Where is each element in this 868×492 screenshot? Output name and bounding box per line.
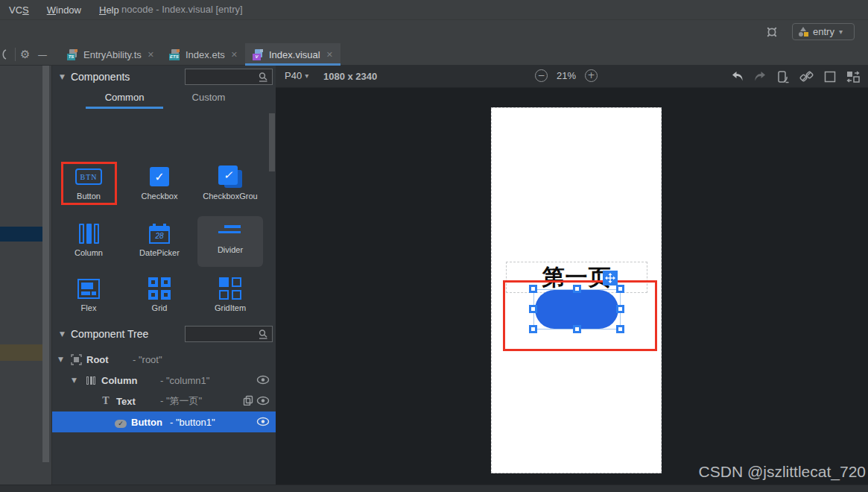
button-component-icon: BTN (75, 168, 102, 185)
component-card-column[interactable]: Column (56, 219, 121, 265)
tree-row-root[interactable]: ▼ Root - "root" (52, 349, 276, 370)
sidebar-highlight-band (0, 344, 42, 361)
editor-tabs: TS EntryAbility.ts ✕ ETS Index.ets ✕ V I… (60, 43, 340, 66)
components-search[interactable] (185, 69, 273, 85)
close-icon[interactable]: ✕ (326, 50, 333, 60)
component-card-checkbox[interactable]: ✓ Checkbox (127, 163, 192, 209)
search-icon (258, 329, 269, 340)
grid-component-icon (148, 277, 171, 300)
switch-layout-icon[interactable] (845, 69, 861, 84)
eye-icon[interactable] (256, 417, 270, 426)
resize-handle-e[interactable] (616, 305, 624, 313)
collapse-arrow-icon[interactable]: ▼ (60, 330, 65, 338)
zoom-controls: − 21% + (535, 69, 598, 82)
resize-handle-w[interactable] (529, 305, 537, 313)
text-icon: T (100, 395, 112, 407)
menu-help[interactable]: Help (99, 4, 119, 16)
component-card-grid[interactable]: Grid (127, 274, 192, 321)
tab-common[interactable]: Common (86, 88, 163, 109)
expand-arrow-icon[interactable]: ▼ (58, 356, 63, 363)
checkbox-component-icon: ✓ (150, 167, 169, 186)
component-tree-header: ▼ Component Tree (52, 322, 276, 346)
ets-file-icon: ETS (169, 49, 181, 60)
components-panel: ▼ Components Common Custom BTN Button (52, 66, 276, 485)
frame-icon[interactable] (822, 69, 837, 84)
move-handle-icon[interactable] (603, 271, 618, 286)
eye-icon[interactable] (256, 396, 270, 406)
title-bar: VCS Window Help nocode - Index.visual [e… (0, 0, 868, 20)
component-tree-search[interactable] (185, 326, 273, 342)
undo-icon[interactable] (729, 69, 745, 84)
component-card-button[interactable]: BTN Button (56, 163, 121, 209)
deveco-studio-window: VCS Window Help nocode - Index.visual [e… (0, 0, 868, 492)
device-selector[interactable]: P40 ▾ (285, 70, 308, 81)
left-sidebar-strip (0, 66, 52, 485)
rotate-device-icon[interactable] (776, 69, 791, 84)
run-config-label: entry (813, 26, 834, 37)
components-grid-scrollbar[interactable] (269, 113, 275, 171)
settings-gear-icon[interactable] (765, 25, 779, 39)
tree-row-text[interactable]: T Text - "第一页" (52, 391, 276, 411)
collapse-arrow-icon[interactable]: ▼ (60, 73, 65, 81)
menu-window[interactable]: Window (47, 4, 81, 16)
button-component[interactable] (535, 290, 618, 329)
tab-index-ets[interactable]: ETS Index.ets ✕ (162, 43, 245, 66)
components-grid: BTN Button ✓ Checkbox ✓ CheckboxGrou Col… (52, 112, 276, 322)
divider-component-icon (218, 225, 242, 236)
tree-row-column[interactable]: ▼ Column - "column1" (52, 370, 276, 391)
button-icon: ✓ (115, 417, 127, 429)
resize-handle-ne[interactable] (616, 285, 624, 293)
component-tree-title: Component Tree (71, 328, 148, 340)
zoom-in-button[interactable]: + (585, 69, 598, 82)
expand-arrow-icon[interactable]: ▼ (72, 376, 77, 384)
menu-bar: VCS Window Help (0, 4, 119, 16)
run-config-selector[interactable]: entry ▾ (792, 23, 855, 40)
menu-vcs[interactable]: VCS (9, 4, 29, 16)
datepicker-component-icon: 28 (149, 224, 170, 244)
column-component-icon (79, 224, 99, 244)
components-header: ▼ Components (52, 66, 276, 88)
column-icon (85, 374, 97, 386)
resize-handle-nw[interactable] (529, 285, 537, 293)
link-icon[interactable] (799, 69, 814, 84)
gear-icon[interactable]: ⚙ (20, 48, 30, 61)
partial-arrow-icon[interactable] (0, 48, 7, 60)
redo-icon[interactable] (753, 69, 768, 84)
component-card-flex[interactable]: Flex (56, 274, 121, 321)
sidebar-scrollbar[interactable] (42, 66, 49, 462)
divider (15, 48, 16, 61)
visual-file-icon: V (253, 49, 264, 60)
chevron-down-icon: ▾ (305, 72, 308, 80)
component-card-checkboxgroup[interactable]: ✓ CheckboxGrou (197, 163, 263, 209)
module-icon (799, 27, 808, 37)
component-card-griditem[interactable]: GridItem (197, 274, 263, 321)
component-card-datepicker[interactable]: 28 DatePicker (127, 219, 192, 265)
resize-handle-n[interactable] (573, 285, 581, 293)
close-icon[interactable]: ✕ (231, 50, 238, 60)
close-icon[interactable]: ✕ (148, 50, 154, 60)
griditem-component-icon (219, 277, 241, 300)
resize-handle-se[interactable] (616, 325, 624, 333)
minimize-icon[interactable]: — (37, 49, 47, 60)
design-canvas: P40 ▾ 1080 x 2340 − 21% + (276, 66, 868, 485)
tab-bar-left-controls: ⚙ — (0, 43, 52, 66)
tab-index-visual[interactable]: V Index.visual ✕ (245, 43, 340, 66)
resize-handle-s[interactable] (573, 325, 581, 333)
components-tab-bar: Common Custom (52, 88, 276, 112)
component-tree-search-input[interactable] (186, 329, 258, 339)
tree-row-button[interactable]: ✓ Button - "button1" (52, 411, 276, 432)
resize-handle-sw[interactable] (529, 325, 537, 333)
tab-entryability-ts[interactable]: TS EntryAbility.ts ✕ (60, 43, 162, 66)
editor-tab-bar: ⚙ — TS EntryAbility.ts ✕ ETS Index.ets ✕… (0, 43, 868, 66)
zoom-out-button[interactable]: − (535, 69, 548, 82)
eye-icon[interactable] (256, 375, 270, 385)
canvas-viewport[interactable]: 第一页 CSDN @jszlittlecat_720 (276, 88, 868, 485)
component-card-divider[interactable]: Divider (197, 216, 263, 267)
checkboxgroup-component-icon: ✓ (218, 165, 242, 188)
watermark: CSDN @jszlittlecat_720 (699, 463, 866, 481)
tab-custom[interactable]: Custom (170, 88, 247, 109)
root-icon (70, 353, 82, 365)
components-search-input[interactable] (186, 72, 258, 82)
components-title: Components (71, 71, 130, 83)
copy-icon[interactable] (243, 395, 253, 406)
